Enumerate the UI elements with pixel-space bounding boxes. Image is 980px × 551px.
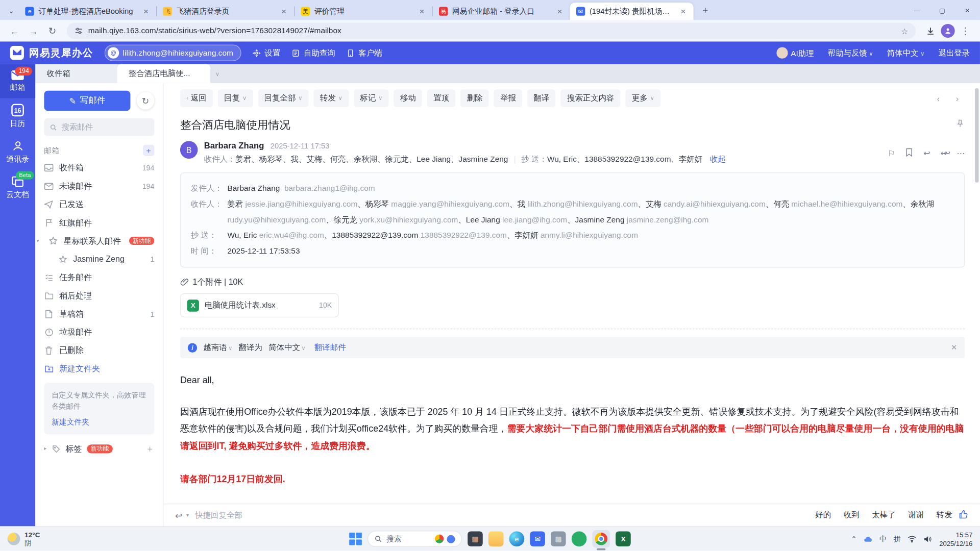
sidebar-folder-jasmine[interactable]: Jasmine Zeng 1 <box>44 250 154 268</box>
close-icon[interactable]: ✕ <box>951 343 957 352</box>
bookmark-star-icon[interactable]: ☆ <box>901 26 908 36</box>
mark-button[interactable]: 标记∨ <box>354 89 389 107</box>
chrome-icon-active[interactable] <box>592 530 610 548</box>
sidebar-folder-inbox[interactable]: 收件箱 194 <box>44 159 154 177</box>
recipient[interactable]: 艾梅 candy.ai@hihiexguiyang.com、 <box>646 199 773 208</box>
site-info-icon[interactable] <box>75 27 83 35</box>
new-tab-button[interactable]: ＋ <box>697 2 714 18</box>
quick-reply-action[interactable]: 转发 <box>937 510 952 520</box>
start-button[interactable] <box>349 533 362 545</box>
volume-icon[interactable] <box>923 535 932 543</box>
maximize-button[interactable]: ▢ <box>929 0 954 20</box>
recipient[interactable]: Jasmine Zeng jasmine.zeng@ihg.com、 <box>575 215 709 224</box>
reply-icon[interactable]: ↩ <box>923 148 930 158</box>
next-mail-icon[interactable]: › <box>950 91 965 106</box>
wechat-icon[interactable] <box>572 531 587 546</box>
task-view-icon[interactable]: ▥ <box>468 531 483 546</box>
translate-button[interactable]: 翻译 <box>527 89 556 107</box>
chevron-down-icon[interactable]: ∨ <box>215 71 219 77</box>
sender-avatar[interactable]: B <box>180 141 198 159</box>
quick-reply-action[interactable]: 太棒了 <box>872 510 895 520</box>
promo-new-folder-link[interactable]: 新建文件夹 <box>52 416 89 428</box>
taskbar-clock[interactable]: 15:57 2025/12/16 <box>939 530 972 548</box>
compose-button[interactable]: ✎ 写邮件 <box>44 91 130 111</box>
pin-icon[interactable] <box>955 119 965 131</box>
ime-mode-indicator[interactable]: 拼 <box>894 534 901 544</box>
move-button[interactable]: 移动 <box>394 89 423 107</box>
sidebar-folder-unread[interactable]: 未读邮件 194 <box>44 177 154 195</box>
mail-tab-message[interactable]: 整合酒店电脑使... <box>117 64 211 83</box>
sidebar-folder-drafts[interactable]: 草稿箱 1 <box>44 305 154 323</box>
tab-close-icon[interactable]: ✕ <box>141 7 151 16</box>
store-app-icon[interactable]: ▦ <box>551 531 566 546</box>
back-icon[interactable]: ← <box>6 22 22 39</box>
flag-icon[interactable]: ⚐ <box>888 148 895 158</box>
excel-app-icon[interactable]: X <box>616 531 631 546</box>
report-button[interactable]: 举报 <box>494 89 523 107</box>
forward-button[interactable]: 转发∨ <box>314 89 349 107</box>
quick-reply-action[interactable]: 收到 <box>844 510 860 520</box>
sidebar-folder-later[interactable]: 稍后处理 <box>44 286 154 305</box>
logout-button[interactable]: 退出登录 <box>939 47 970 58</box>
source-language-select[interactable]: 越南语∨ <box>204 342 233 353</box>
rail-item-calendar[interactable]: 16 日历 <box>0 98 35 134</box>
attachment-card[interactable]: X 电脑使用统计表.xlsx 10K <box>180 293 339 317</box>
to-summary[interactable]: 姜君、杨彩琴、我、艾梅、何亮、余秋湖、徐元龙、Lee Jiang、Jasmine… <box>235 154 508 165</box>
sidebar-folder-starred-contacts[interactable]: ▾ 星标联系人邮件 新功能 <box>44 232 154 250</box>
search-body-button[interactable]: 搜索正文内容 <box>561 89 621 107</box>
account-pill[interactable]: @ lilith.zhong@hihiexguiyang.com <box>105 45 241 61</box>
settings-button[interactable]: 设置 <box>253 47 280 58</box>
edge-icon[interactable]: e <box>509 531 525 546</box>
close-button[interactable]: ✕ <box>955 0 980 20</box>
bookmark-icon[interactable] <box>905 147 913 158</box>
sidebar-folder-junk[interactable]: 垃圾邮件 <box>44 323 154 341</box>
language-menu[interactable]: 简体中文∨ <box>887 47 925 58</box>
target-language-select[interactable]: 简体中文∨ <box>268 342 305 353</box>
mail-app-icon[interactable]: ✉ <box>530 531 545 546</box>
recipient[interactable]: 李妍妍 anmy.li@hihiexguiyang.com、 <box>514 231 638 240</box>
mail-search-input[interactable] <box>61 123 149 132</box>
chevron-up-icon[interactable]: ⌃ <box>851 535 856 543</box>
onedrive-icon[interactable] <box>864 535 872 542</box>
cc-summary[interactable]: Wu, Eric、13885392922@139.com、李妍妍 <box>547 154 702 165</box>
sidebar-folder-flagged[interactable]: 红旗邮件 <box>44 213 154 232</box>
browser-tab-ebooking[interactable]: e 订单处理·携程酒店eBooking ✕ <box>19 3 156 20</box>
browser-tab-netease-login[interactable]: 易 网易企业邮箱 - 登录入口 ✕ <box>433 3 570 20</box>
ime-language-indicator[interactable]: 中 <box>879 534 887 544</box>
taskbar-search[interactable]: 搜索 <box>368 531 462 547</box>
translate-mail-link[interactable]: 翻译邮件 <box>314 342 346 353</box>
add-folder-icon[interactable]: ＋ <box>143 145 154 156</box>
sidebar-folder-sent[interactable]: 已发送 <box>44 195 154 214</box>
rail-item-mail[interactable]: 194 邮箱 <box>0 64 35 98</box>
rail-item-contacts[interactable]: 通讯录 <box>0 134 35 170</box>
recipient[interactable]: 徐元龙 york.xu@hihiexguiyang.com、 <box>334 215 466 224</box>
sidebar-new-folder[interactable]: 新建文件夹 <box>44 360 154 378</box>
client-button[interactable]: 客户端 <box>347 47 382 58</box>
browser-menu-icon[interactable]: ⋮ <box>958 22 974 39</box>
tab-close-icon[interactable]: ✕ <box>416 7 427 16</box>
back-button[interactable]: ‹返回 <box>180 89 213 107</box>
network-icon[interactable] <box>908 535 917 543</box>
chevron-down-icon[interactable]: ▾ <box>186 512 189 518</box>
recipient[interactable]: 姜君 jessie.jiang@hihiexguiyang.com、 <box>227 199 365 208</box>
tab-close-icon[interactable]: ✕ <box>678 7 688 16</box>
quick-reply-action[interactable]: 谢谢 <box>908 510 924 520</box>
more-actions-icon[interactable]: ⋯ <box>957 148 965 158</box>
prev-mail-icon[interactable]: ‹ <box>931 91 946 106</box>
expand-caret-icon[interactable]: ▾ <box>37 238 43 243</box>
mail-search-box[interactable] <box>44 118 154 136</box>
sidebar-folder-tasks[interactable]: 任务邮件 <box>44 268 154 287</box>
sidebar-folder-trash[interactable]: 已删除 <box>44 341 154 360</box>
tab-search-icon[interactable]: ⌄ <box>4 3 19 18</box>
thumbs-up-icon[interactable] <box>959 509 969 522</box>
minimize-button[interactable]: — <box>904 0 929 20</box>
tab-close-icon[interactable]: ✕ <box>555 7 565 16</box>
reload-icon[interactable]: ↻ <box>44 22 60 39</box>
recipient[interactable]: 杨彩琴 maggie.yang@hihiexguiyang.com、 <box>365 199 518 208</box>
more-button[interactable]: 更多∨ <box>626 89 661 107</box>
from-email[interactable]: barbara.zhang1@ihg.com <box>284 184 375 192</box>
recipient[interactable]: 何亮 michael.he@hihiexguiyang.com、 <box>773 199 911 208</box>
scrollbar[interactable] <box>975 88 978 183</box>
sender-name[interactable]: Barbara Zhang <box>204 141 264 151</box>
address-bar[interactable]: mailh.qiye.163.com/static/sirius-web/?ve… <box>67 22 916 39</box>
